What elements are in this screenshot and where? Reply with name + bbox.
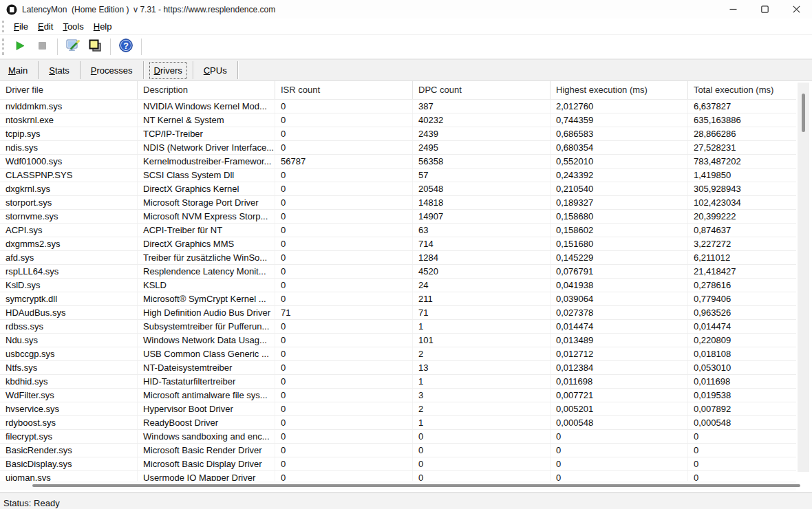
- toolbar-separator: [110, 39, 111, 55]
- cell-highest-execution: 0,012712: [551, 347, 688, 360]
- table-row[interactable]: Ndu.sys Windows Network Data Usag... 0 1…: [0, 334, 796, 347]
- cell-total-execution: 0: [688, 471, 796, 481]
- table-row[interactable]: storport.sys Microsoft Storage Port Driv…: [0, 196, 796, 210]
- tab-stats[interactable]: Stats: [44, 62, 74, 79]
- menu-tools[interactable]: Tools: [58, 20, 88, 33]
- title-bar: LatencyMon (Home Edition ) v 7.31 - http…: [0, 0, 812, 19]
- tab-main[interactable]: Main: [3, 62, 32, 79]
- cell-dpc-count: 14907: [413, 210, 551, 223]
- menu-help[interactable]: Help: [89, 20, 117, 33]
- stop-monitor-button[interactable]: [32, 37, 52, 56]
- help-button[interactable]: ?: [116, 37, 136, 56]
- cell-isr-count: 0: [275, 430, 413, 443]
- cell-driver-file: uioman.sys: [0, 471, 138, 481]
- table-row[interactable]: dxgmms2.sys DirectX Graphics MMS 0 714 0…: [0, 237, 796, 251]
- horizontal-scrollbar[interactable]: [0, 481, 796, 490]
- table-row[interactable]: afd.sys Treiber für zusätzliche WinSo...…: [0, 251, 796, 265]
- toolbar-gripper[interactable]: [2, 39, 6, 55]
- table-row[interactable]: dxgkrnl.sys DirectX Graphics Kernel 0 20…: [0, 182, 796, 196]
- cell-driver-file: Ntfs.sys: [0, 361, 138, 374]
- tab-cpus[interactable]: CPUs: [199, 62, 232, 79]
- cell-dpc-count: 3: [413, 389, 551, 402]
- cell-total-execution: 6,637827: [688, 100, 796, 113]
- cell-isr-count: 0: [275, 389, 413, 402]
- window-title: LatencyMon (Home Edition ) v 7.31 - http…: [22, 5, 275, 14]
- table-row[interactable]: CLASSPNP.SYS SCSI Class System Dll 0 57 …: [0, 169, 796, 182]
- cell-isr-count: 56787: [275, 155, 413, 168]
- column-header-total-execution[interactable]: Total execution (ms): [688, 81, 796, 99]
- table-row[interactable]: ACPI.sys ACPI-Treiber für NT 0 63 0,1586…: [0, 224, 796, 237]
- table-row[interactable]: usbccgp.sys USB Common Class Generic ...…: [0, 347, 796, 361]
- cell-isr-count: 0: [275, 457, 413, 470]
- cell-total-execution: 20,399222: [688, 210, 796, 223]
- vertical-scrollbar-thumb[interactable]: [802, 94, 805, 132]
- table-row[interactable]: rdbss.sys Subsystemtreiber für Pufferun.…: [0, 320, 796, 334]
- cell-isr-count: 0: [275, 347, 413, 360]
- cell-driver-file: tcpip.sys: [0, 127, 138, 140]
- table-row[interactable]: WdFilter.sys Microsoft antimalware file …: [0, 389, 796, 402]
- cell-total-execution: 0: [688, 430, 796, 443]
- minimize-button[interactable]: [717, 0, 749, 19]
- column-header-highest-execution[interactable]: Highest execution (ms): [551, 81, 688, 99]
- cell-total-execution: 21,418427: [688, 265, 796, 278]
- cell-highest-execution: 0,243392: [551, 169, 688, 182]
- column-header-driver-file[interactable]: Driver file: [0, 81, 138, 99]
- cell-total-execution: 0,278616: [688, 279, 796, 292]
- table-row[interactable]: kbdhid.sys HID-Tastaturfiltertreiber 0 1…: [0, 375, 796, 389]
- table-row[interactable]: symcryptk.dll Microsoft® SymCrypt Kernel…: [0, 292, 796, 306]
- cell-driver-file: dxgkrnl.sys: [0, 182, 138, 195]
- options-button[interactable]: [63, 37, 83, 56]
- app-icon: [6, 4, 17, 15]
- cell-description: SCSI Class System Dll: [138, 169, 275, 182]
- cell-total-execution: 6,211012: [688, 251, 796, 264]
- horizontal-scrollbar-thumb[interactable]: [32, 484, 800, 487]
- table-row[interactable]: tcpip.sys TCP/IP-Treiber 0 2439 0,686583…: [0, 127, 796, 141]
- table-row[interactable]: rdyboost.sys ReadyBoost Driver 0 1 0,000…: [0, 416, 796, 430]
- table-row[interactable]: uioman.sys Usermode IO Mapper Driver 0 0…: [0, 471, 796, 481]
- column-header-dpc-count[interactable]: DPC count: [413, 81, 551, 99]
- cell-total-execution: 0,779406: [688, 292, 796, 305]
- table-row[interactable]: BasicDisplay.sys Microsoft Basic Display…: [0, 457, 796, 471]
- table-row[interactable]: rspLLL64.sys Resplendence Latency Monit.…: [0, 265, 796, 279]
- maximize-button[interactable]: [749, 0, 780, 19]
- cell-description: TCP/IP-Treiber: [138, 127, 275, 140]
- cell-driver-file: ntoskrnl.exe: [0, 113, 138, 127]
- menubar-gripper[interactable]: [2, 21, 6, 32]
- table-row[interactable]: BasicRender.sys Microsoft Basic Render D…: [0, 444, 796, 457]
- table-row[interactable]: KslD.sys KSLD 0 24 0,041938 0,278616: [0, 279, 796, 292]
- table-row[interactable]: hvservice.sys Hypervisor Boot Driver 0 2…: [0, 402, 796, 416]
- cell-total-execution: 28,866286: [688, 127, 796, 140]
- question-mark-icon: ?: [118, 38, 133, 56]
- vertical-scrollbar[interactable]: [798, 83, 809, 472]
- menu-file[interactable]: File: [9, 20, 33, 33]
- cell-driver-file: ACPI.sys: [0, 224, 138, 237]
- toolbar: ?: [0, 35, 812, 59]
- cell-dpc-count: 1: [413, 416, 551, 429]
- start-monitor-button[interactable]: [10, 37, 30, 56]
- cell-description: Microsoft® SymCrypt Kernel ...: [138, 292, 275, 305]
- cell-isr-count: 0: [275, 265, 413, 278]
- tab-drivers[interactable]: Drivers: [149, 62, 187, 79]
- table-row[interactable]: filecrypt.sys Windows sandboxing and enc…: [0, 430, 796, 444]
- menu-edit[interactable]: Edit: [33, 20, 58, 33]
- table-row[interactable]: Wdf01000.sys Kernelmodustreiber-Framewor…: [0, 155, 796, 169]
- close-button[interactable]: [780, 0, 812, 19]
- cell-isr-count: 71: [275, 306, 413, 319]
- tab-processes[interactable]: Processes: [86, 62, 138, 79]
- table-row[interactable]: stornvme.sys Microsoft NVM Express Storp…: [0, 210, 796, 224]
- cell-dpc-count: 2: [413, 347, 551, 360]
- cell-description: Microsoft antimalware file sys...: [138, 389, 275, 402]
- table-row[interactable]: nvlddmkm.sys NVIDIA Windows Kernel Mod..…: [0, 100, 796, 113]
- table-row[interactable]: ndis.sys NDIS (Network Driver Interface.…: [0, 141, 796, 155]
- cell-dpc-count: 1: [413, 320, 551, 333]
- table-row[interactable]: ntoskrnl.exe NT Kernel & System 0 40232 …: [0, 113, 796, 127]
- table-row[interactable]: Ntfs.sys NT-Dateisystemtreiber 0 13 0,01…: [0, 361, 796, 375]
- column-header-isr-count[interactable]: ISR count: [275, 81, 413, 99]
- cell-dpc-count: 1284: [413, 251, 551, 264]
- column-header-description[interactable]: Description: [138, 81, 275, 99]
- cell-isr-count: 0: [275, 444, 413, 457]
- copy-report-button[interactable]: [85, 37, 105, 56]
- cell-description: DirectX Graphics Kernel: [138, 182, 275, 195]
- table-row[interactable]: HDAudBus.sys High Definition Audio Bus D…: [0, 306, 796, 320]
- cell-dpc-count: 14818: [413, 196, 551, 209]
